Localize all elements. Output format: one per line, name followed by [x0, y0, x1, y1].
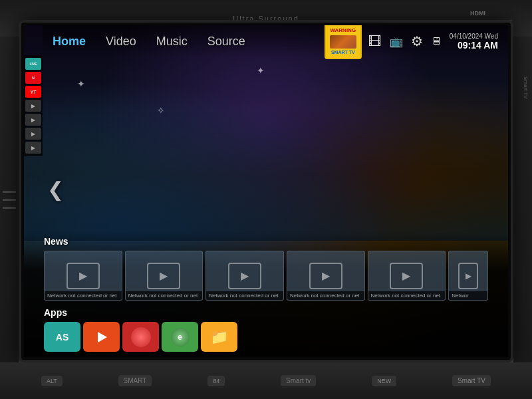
top-nav: Home Video Music Source WARNING SMART TV…: [43, 25, 508, 57]
play-button-3[interactable]: ▶: [228, 263, 261, 289]
time-display: 09:14 AM: [450, 40, 498, 51]
store-left-panel: [0, 37, 19, 362]
nav-home[interactable]: Home: [53, 35, 86, 49]
app-as[interactable]: AS: [44, 322, 80, 352]
apps-section-title: Apps: [44, 307, 488, 318]
play-button-6[interactable]: ▶: [458, 263, 478, 289]
app-circle-green[interactable]: e: [162, 322, 198, 352]
card-label-6: Networ: [449, 291, 487, 300]
warning-title: WARNING: [330, 27, 356, 34]
news-section: News ▶ Network not connected or net ▶ Ne…: [24, 232, 508, 303]
film-icon[interactable]: 🎞: [368, 34, 382, 49]
card-label-1: Network not connected or net: [45, 291, 122, 300]
news-card-1[interactable]: ▶ Network not connected or net: [44, 251, 122, 301]
store-right-panel: Smart TV: [513, 37, 532, 362]
card-label-3: Network not connected or net: [206, 291, 283, 300]
left-arrow-button[interactable]: ❮: [47, 178, 64, 201]
top-right-icons: 🎞 📺 ⚙ 🖥 04/10/2024 Wed 09:14 AM: [368, 33, 498, 51]
play-button-4[interactable]: ▶: [309, 263, 342, 289]
nav-video[interactable]: Video: [106, 35, 136, 49]
vertical-text: Smart TV: [519, 73, 532, 102]
news-card-6[interactable]: ▶ Networ: [448, 251, 488, 301]
store-box-3: 84: [207, 376, 225, 386]
store-box-1: ALT: [41, 376, 63, 386]
news-card-5[interactable]: ▶ Network not connected or net: [368, 251, 446, 301]
warning-image: [330, 35, 356, 49]
sparkle-3: ✦: [257, 65, 265, 76]
display-icon[interactable]: 🖥: [431, 35, 442, 47]
date-display: 04/10/2024 Wed: [450, 33, 498, 40]
sparkle-1: ✦: [77, 78, 85, 89]
datetime: 04/10/2024 Wed 09:14 AM: [450, 33, 498, 51]
bottom-area: News ▶ Network not connected or net ▶ Ne…: [24, 232, 508, 357]
news-card-3[interactable]: ▶ Network not connected or net: [205, 251, 284, 301]
apps-row: AS e 📁: [44, 322, 488, 352]
tv-screen: ✦ ✧ ✦ LIVE N YT ▶ ▶ ▶ ▶ Home Video Music…: [24, 25, 508, 357]
mountain-overlay: [24, 108, 508, 241]
sidebar-icon-4[interactable]: ▶: [25, 142, 41, 154]
news-card-2[interactable]: ▶ Network not connected or net: [125, 251, 203, 301]
card-label-4: Network not connected or net: [287, 291, 364, 300]
app-folder[interactable]: 📁: [201, 322, 237, 352]
apps-section: Apps AS e 📁: [24, 303, 508, 357]
store-decor: [3, 207, 16, 209]
news-cards-container: ▶ Network not connected or net ▶ Network…: [44, 251, 488, 301]
nav-music[interactable]: Music: [156, 35, 188, 49]
hdmi-label: HDMI: [470, 10, 485, 17]
store-box-2: SMART: [118, 375, 152, 386]
sidebar-icon-1[interactable]: ▶: [25, 100, 41, 112]
news-card-4[interactable]: ▶ Network not connected or net: [287, 251, 365, 301]
store-shelf-bottom: ALT SMART 84 Smart tv NEW Smart TV: [0, 362, 532, 399]
store-box-4: Smart tv: [281, 375, 316, 386]
warning-badge: WARNING SMART TV: [325, 25, 362, 59]
play-button-2[interactable]: ▶: [147, 263, 180, 289]
store-decor: [3, 191, 16, 193]
play-button-1[interactable]: ▶: [66, 263, 100, 289]
warning-smart-tv: SMART TV: [330, 49, 356, 55]
sidebar-icon-3[interactable]: ▶: [25, 128, 41, 140]
sidebar-icon-netflix[interactable]: N: [25, 72, 41, 84]
tv-frame: ✦ ✧ ✦ LIVE N YT ▶ ▶ ▶ ▶ Home Video Music…: [19, 20, 513, 362]
cast-icon[interactable]: 📺: [390, 35, 403, 48]
store-decor: [3, 199, 16, 201]
app-arrow[interactable]: [83, 322, 120, 352]
sidebar-icon-2[interactable]: ▶: [25, 114, 41, 126]
sparkle-2: ✧: [157, 105, 165, 116]
nav-source[interactable]: Source: [207, 35, 245, 49]
play-button-5[interactable]: ▶: [390, 263, 423, 289]
svg-marker-0: [98, 332, 107, 342]
sidebar-icon-livetv[interactable]: LIVE: [25, 58, 41, 70]
card-label-2: Network not connected or net: [126, 291, 203, 300]
news-section-title: News: [44, 236, 488, 247]
store-box-6: Smart TV: [452, 375, 491, 386]
sidebar-icon-youtube[interactable]: YT: [25, 86, 41, 98]
nav-items: Home Video Music Source: [53, 35, 325, 49]
card-label-5: Network not connected or net: [368, 291, 446, 300]
settings-icon[interactable]: ⚙: [411, 33, 423, 49]
left-sidebar: LIVE N YT ▶ ▶ ▶ ▶: [24, 55, 43, 156]
app-red[interactable]: [122, 322, 159, 352]
store-box-5: NEW: [372, 376, 396, 386]
